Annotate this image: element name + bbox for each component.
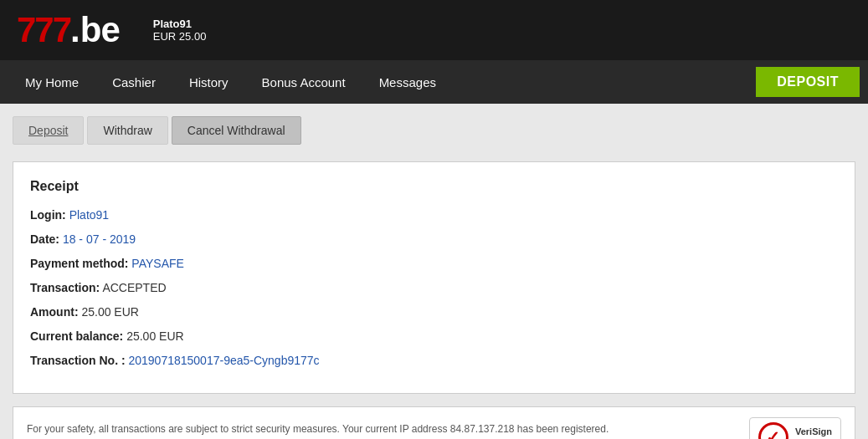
deposit-button[interactable]: DEPOSIT [756,67,860,97]
tab-deposit-label: Deposit [28,124,68,137]
receipt-title: Receipt [30,179,838,194]
receipt-label-balance: Current balance: [30,329,123,343]
nav-item-cashier[interactable]: Cashier [95,60,172,104]
security-text: For your safety, all transactions are su… [27,421,609,439]
main-content: Deposit Withdraw Cancel Withdrawal Recei… [0,104,868,439]
nav: My Home Cashier History Bonus Account Me… [0,60,868,104]
nav-item-messages[interactable]: Messages [362,60,453,104]
receipt-label-login: Login: [30,208,66,222]
logo-777: 777 [17,13,70,48]
nav-item-history[interactable]: History [172,60,245,104]
receipt-row-payment: Payment method: PAYSAFE [30,255,838,273]
receipt-value-txno: 20190718150017-9ea5-Cyngb9177c [128,354,319,367]
tab-deposit[interactable]: Deposit [13,116,84,145]
receipt-row-balance: Current balance: 25.00 EUR [30,328,838,345]
tab-cancel-withdrawal-label: Cancel Withdrawal [187,124,285,137]
receipt-label-txno: Transaction No. : [30,354,126,367]
receipt-label-transaction: Transaction: [30,281,100,294]
nav-item-my-home[interactable]: My Home [8,60,95,104]
balance: EUR 25.00 [153,30,207,43]
receipt-value-payment: PAYSAFE [131,257,184,270]
receipt-row-transaction: Transaction: ACCEPTED [30,279,838,297]
receipt-value-balance: 25.00 EUR [126,329,183,343]
receipt-value-date: 18 - 07 - 2019 [63,232,136,246]
verisign-badge: VeriSign Secured [749,417,841,439]
header: 777.be Plato91 EUR 25.00 [0,0,868,60]
logo-be: be [80,10,120,50]
receipt-label-date: Date: [30,232,59,246]
receipt-row-login: Login: Plato91 [30,207,838,224]
receipt-value-login: Plato91 [69,208,109,222]
user-info: Plato91 EUR 25.00 [153,18,207,43]
nav-item-bonus-account[interactable]: Bonus Account [245,60,362,104]
logo: 777.be [17,10,120,50]
verisign-check-icon [758,422,788,439]
tab-withdraw-label: Withdraw [103,124,152,137]
verisign-line1: VeriSign [795,426,832,437]
tab-cancel-withdrawal[interactable]: Cancel Withdrawal [172,116,301,145]
nav-spacer [453,60,756,104]
receipt-row-amount: Amount: 25.00 EUR [30,304,838,321]
receipt-value-transaction: ACCEPTED [102,281,166,294]
username: Plato91 [153,18,207,30]
receipt-label-payment: Payment method: [30,257,128,270]
security-line1: For your safety, all transactions are su… [27,421,609,437]
receipt-row-date: Date: 18 - 07 - 2019 [30,231,838,248]
receipt-box: Receipt Login: Plato91 Date: 18 - 07 - 2… [13,161,855,394]
security-notice: For your safety, all transactions are su… [13,406,855,439]
receipt-value-amount: 25.00 EUR [81,305,138,319]
tab-withdraw[interactable]: Withdraw [87,116,167,145]
logo-dot: . [70,10,80,50]
verisign-text: VeriSign Secured [795,426,832,439]
tabs: Deposit Withdraw Cancel Withdrawal [13,116,855,145]
receipt-label-amount: Amount: [30,305,79,319]
receipt-row-txno: Transaction No. : 20190718150017-9ea5-Cy… [30,352,838,370]
